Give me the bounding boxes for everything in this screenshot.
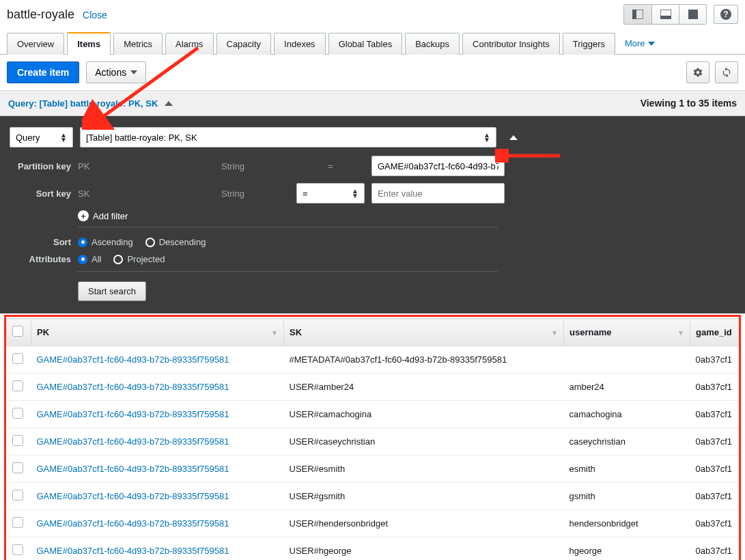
divider <box>78 227 498 227</box>
table-title: battle-royale <box>7 8 74 22</box>
pk-link[interactable]: GAME#0ab37cf1-fc60-4d93-b72b-89335f75958… <box>37 354 229 365</box>
sort-key-name: SK <box>78 188 214 199</box>
tab-metrics[interactable]: Metrics <box>113 33 163 55</box>
sort-key-label: Sort key <box>10 188 71 199</box>
table-row: GAME#0ab37cf1-fc60-4d93-b72b-89335f75958… <box>7 510 742 537</box>
username-cell: gsmith <box>564 483 690 510</box>
gameid-cell: 0ab37cf1 <box>690 374 742 401</box>
username-cell: hendersonbridget <box>564 510 690 537</box>
sort-label: Sort <box>10 237 71 247</box>
settings-button[interactable] <box>686 61 709 83</box>
start-search-button[interactable]: Start search <box>78 281 146 301</box>
partition-key-input[interactable] <box>371 156 505 176</box>
row-checkbox[interactable] <box>12 380 23 391</box>
gameid-cell: 0ab37cf1 <box>690 483 742 510</box>
query-summary-toggle[interactable]: Query: [Table] battle-royale: PK, SK <box>8 98 173 109</box>
column-header-username[interactable]: username▼ <box>564 319 690 346</box>
sk-cell: USER#hgeorge <box>284 537 564 561</box>
viewing-count: Viewing 1 to 35 items <box>641 98 737 109</box>
attributes-all-radio[interactable]: All <box>78 254 101 264</box>
layout-bottom-icon[interactable] <box>651 5 679 24</box>
layout-sidebar-icon[interactable] <box>624 5 651 24</box>
username-cell: amber24 <box>564 374 690 401</box>
sort-descending-radio[interactable]: Descending <box>145 237 206 247</box>
attributes-projected-radio[interactable]: Projected <box>113 254 165 264</box>
partition-key-label: Partition key <box>10 161 71 171</box>
sort-key-op-select[interactable]: = ▲▼ <box>296 183 365 204</box>
tab-capacity[interactable]: Capacity <box>216 33 272 55</box>
tab-global-tables[interactable]: Global Tables <box>328 33 403 55</box>
row-checkbox[interactable] <box>12 435 23 446</box>
attributes-label: Attributes <box>10 254 71 264</box>
sk-cell: USER#camachogina <box>284 401 564 428</box>
username-cell: esmith <box>564 456 690 483</box>
gameid-cell: 0ab37cf1 <box>690 428 742 456</box>
equals-sign: = <box>296 161 365 171</box>
pk-link[interactable]: GAME#0ab37cf1-fc60-4d93-b72b-89335f75958… <box>37 436 229 447</box>
table-row: GAME#0ab37cf1-fc60-4d93-b72b-89335f75958… <box>7 374 742 401</box>
sort-ascending-radio[interactable]: Ascending <box>78 237 133 247</box>
divider <box>78 271 498 272</box>
sort-key-input[interactable] <box>371 183 505 204</box>
checkbox[interactable] <box>12 326 23 337</box>
help-icon[interactable]: ? <box>714 5 738 24</box>
pk-link[interactable]: GAME#0ab37cf1-fc60-4d93-b72b-89335f75958… <box>37 491 229 501</box>
pk-link[interactable]: GAME#0ab37cf1-fc60-4d93-b72b-89335f75958… <box>37 464 229 474</box>
pk-link[interactable]: GAME#0ab37cf1-fc60-4d93-b72b-89335f75958… <box>37 409 229 419</box>
svg-rect-3 <box>660 16 671 19</box>
more-tabs-link[interactable]: More <box>618 33 662 54</box>
sort-caret-icon: ▼ <box>551 328 558 336</box>
refresh-button[interactable] <box>715 61 738 83</box>
row-checkbox[interactable] <box>12 408 23 419</box>
tab-indexes[interactable]: Indexes <box>274 33 326 55</box>
tab-alarms[interactable]: Alarms <box>165 33 213 55</box>
chevron-down-icon <box>130 70 137 74</box>
row-checkbox[interactable] <box>12 517 23 528</box>
query-mode-select[interactable]: Query ▲▼ <box>10 127 73 148</box>
gameid-cell: 0ab37cf1 <box>690 537 742 561</box>
tab-items[interactable]: Items <box>67 32 111 55</box>
query-target-select[interactable]: [Table] battle-royale: PK, SK ▲▼ <box>80 127 496 148</box>
sort-caret-icon: ▼ <box>677 328 684 336</box>
pk-link[interactable]: GAME#0ab37cf1-fc60-4d93-b72b-89335f75958… <box>37 546 229 556</box>
layout-full-icon[interactable] <box>679 5 706 24</box>
table-row: GAME#0ab37cf1-fc60-4d93-b72b-89335f75958… <box>7 456 742 483</box>
row-checkbox[interactable] <box>12 544 23 555</box>
collapse-panel-icon[interactable] <box>507 131 520 143</box>
chevron-up-icon <box>165 101 173 106</box>
column-header-sk[interactable]: SK▼ <box>284 319 564 346</box>
tabs-bar: OverviewItemsMetricsAlarmsCapacityIndexe… <box>0 31 745 55</box>
select-arrows-icon: ▲▼ <box>60 132 67 142</box>
gameid-cell: 0ab37cf1 <box>690 456 742 483</box>
table-row: GAME#0ab37cf1-fc60-4d93-b72b-89335f75958… <box>7 537 742 561</box>
gameid-cell: 0ab37cf1 <box>690 401 742 428</box>
plus-icon: + <box>78 210 89 221</box>
sk-cell: USER#hendersonbridget <box>284 510 564 537</box>
table-row: GAME#0ab37cf1-fc60-4d93-b72b-89335f75958… <box>7 428 742 456</box>
svg-rect-4 <box>688 10 698 19</box>
row-checkbox[interactable] <box>12 462 23 473</box>
row-checkbox[interactable] <box>12 490 23 501</box>
chevron-down-icon <box>648 42 655 46</box>
tab-contributor-insights[interactable]: Contributor Insights <box>462 33 560 55</box>
results-table-wrap: PK▼ SK▼ username▼ game_id GAME#0ab37cf1-… <box>4 315 741 560</box>
column-header-pk[interactable]: PK▼ <box>31 319 284 346</box>
tab-backups[interactable]: Backups <box>405 33 460 55</box>
gameid-cell: 0ab37cf1 <box>690 346 742 374</box>
select-all-header[interactable] <box>7 319 31 346</box>
pk-link[interactable]: GAME#0ab37cf1-fc60-4d93-b72b-89335f75958… <box>37 382 229 392</box>
column-header-gameid[interactable]: game_id <box>690 319 742 346</box>
create-item-button[interactable]: Create item <box>7 61 79 83</box>
tab-triggers[interactable]: Triggers <box>563 33 615 55</box>
username-cell: camachogina <box>564 401 690 428</box>
tab-overview[interactable]: Overview <box>7 33 64 55</box>
row-checkbox[interactable] <box>12 353 23 364</box>
actions-button[interactable]: Actions <box>86 61 146 83</box>
add-filter-button[interactable]: + Add filter <box>78 210 735 221</box>
close-link[interactable]: Close <box>83 10 107 20</box>
svg-text:?: ? <box>723 10 728 19</box>
username-cell: hgeorge <box>564 537 690 561</box>
table-row: GAME#0ab37cf1-fc60-4d93-b72b-89335f75958… <box>7 346 742 374</box>
pk-link[interactable]: GAME#0ab37cf1-fc60-4d93-b72b-89335f75958… <box>37 518 229 529</box>
sk-cell: #METADATA#0ab37cf1-fc60-4d93-b72b-89335f… <box>284 346 564 374</box>
